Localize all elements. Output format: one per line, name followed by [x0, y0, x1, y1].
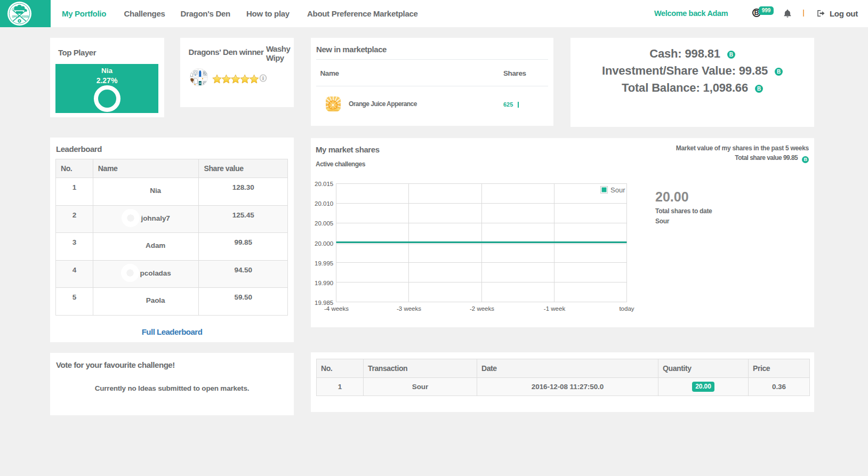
- svg-text:-4 weeks: -4 weeks: [324, 305, 349, 312]
- svg-text:OPEN: OPEN: [12, 15, 19, 18]
- svg-text:today: today: [619, 305, 634, 312]
- svg-text:19.990: 19.990: [315, 280, 333, 286]
- svg-text:-3 weeks: -3 weeks: [397, 305, 421, 312]
- svg-text:20.005: 20.005: [315, 220, 333, 227]
- svg-text:20.015: 20.015: [315, 181, 333, 187]
- svg-text:-1 week: -1 week: [544, 305, 566, 312]
- svg-text:19.985: 19.985: [315, 300, 333, 306]
- svg-text:20.010: 20.010: [315, 200, 333, 207]
- svg-text:20.000: 20.000: [315, 240, 333, 247]
- svg-text:Sour: Sour: [610, 186, 625, 194]
- svg-text:-2 weeks: -2 weeks: [470, 305, 494, 312]
- svg-text:19.995: 19.995: [315, 260, 333, 267]
- svg-text:i: i: [262, 75, 264, 81]
- svg-text:FOOD: FOOD: [21, 15, 29, 18]
